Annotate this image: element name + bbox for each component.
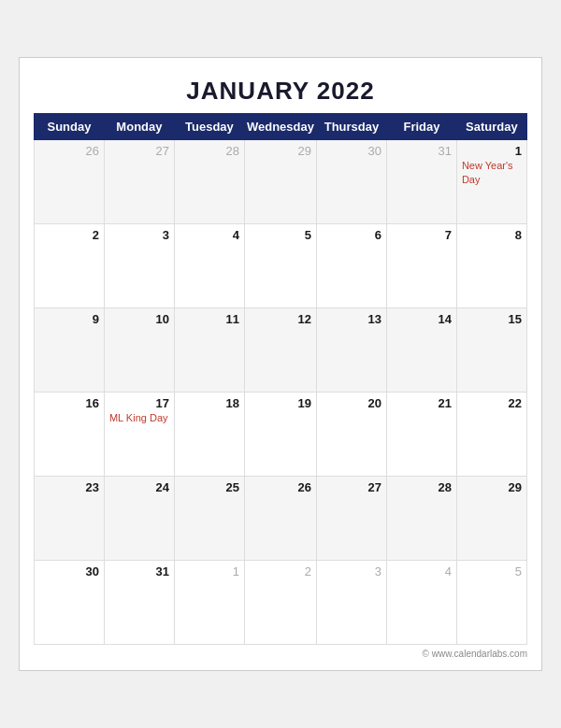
calendar-header-cell: Friday bbox=[387, 114, 457, 140]
calendar-day-cell: 30 bbox=[35, 561, 105, 645]
day-number: 3 bbox=[109, 228, 169, 242]
calendar-header-row: SundayMondayTuesdayWednesdayThursdayFrid… bbox=[35, 114, 527, 140]
calendar-header-cell: Tuesday bbox=[174, 114, 244, 140]
calendar-header-cell: Saturday bbox=[456, 114, 526, 140]
calendar-day-cell: 1 bbox=[174, 561, 244, 645]
calendar-day-cell: 13 bbox=[316, 308, 386, 393]
calendar-day-cell: 31 bbox=[104, 561, 174, 645]
calendar-day-cell: 15 bbox=[456, 308, 526, 393]
calendar-table: SundayMondayTuesdayWednesdayThursdayFrid… bbox=[34, 113, 527, 645]
day-number: 27 bbox=[322, 480, 381, 494]
calendar-day-cell: 8 bbox=[456, 224, 526, 308]
calendar-day-cell: 1New Year's Day bbox=[456, 140, 526, 224]
calendar-day-cell: 12 bbox=[244, 308, 316, 393]
calendar-week-row: 9101112131415 bbox=[35, 308, 527, 393]
calendar-day-cell: 11 bbox=[174, 308, 244, 393]
day-number: 29 bbox=[462, 480, 522, 494]
day-number: 30 bbox=[322, 144, 381, 158]
calendar-body: 2627282930311New Year's Day2345678910111… bbox=[35, 140, 527, 645]
calendar-day-cell: 30 bbox=[316, 140, 386, 224]
calendar-day-cell: 24 bbox=[104, 477, 174, 561]
day-number: 28 bbox=[180, 144, 239, 158]
calendar-day-cell: 26 bbox=[35, 140, 105, 224]
calendar-title: JANUARY 2022 bbox=[34, 67, 527, 113]
day-number: 27 bbox=[109, 144, 169, 158]
calendar-day-cell: 14 bbox=[387, 308, 457, 393]
calendar-day-cell: 20 bbox=[316, 393, 386, 477]
calendar-header-cell: Sunday bbox=[35, 114, 105, 140]
day-number: 12 bbox=[250, 312, 311, 326]
day-number: 5 bbox=[250, 228, 311, 242]
day-number: 28 bbox=[392, 480, 452, 494]
day-number: 25 bbox=[180, 480, 239, 494]
calendar-week-row: 2627282930311New Year's Day bbox=[35, 140, 527, 224]
day-number: 13 bbox=[322, 312, 381, 326]
calendar-day-cell: 29 bbox=[244, 140, 316, 224]
day-number: 3 bbox=[322, 564, 381, 578]
calendar-day-cell: 17ML King Day bbox=[104, 393, 174, 477]
calendar-day-cell: 2 bbox=[35, 224, 105, 308]
calendar-day-cell: 27 bbox=[316, 477, 386, 561]
calendar-week-row: 2345678 bbox=[35, 224, 527, 308]
day-number: 16 bbox=[39, 396, 99, 410]
day-number: 10 bbox=[109, 312, 169, 326]
calendar-day-cell: 5 bbox=[456, 561, 526, 645]
day-number: 19 bbox=[250, 396, 311, 410]
calendar-day-cell: 4 bbox=[387, 561, 457, 645]
calendar-day-cell: 22 bbox=[456, 393, 526, 477]
day-number: 8 bbox=[462, 228, 522, 242]
calendar-week-row: 1617ML King Day1819202122 bbox=[35, 393, 527, 477]
day-number: 31 bbox=[109, 564, 169, 578]
day-number: 24 bbox=[109, 480, 169, 494]
calendar-day-cell: 21 bbox=[387, 393, 457, 477]
day-number: 2 bbox=[250, 564, 311, 578]
calendar-day-cell: 19 bbox=[244, 393, 316, 477]
calendar-day-cell: 31 bbox=[387, 140, 457, 224]
day-number: 2 bbox=[39, 228, 99, 242]
calendar-day-cell: 7 bbox=[387, 224, 457, 308]
calendar-week-row: 23242526272829 bbox=[35, 477, 527, 561]
day-number: 23 bbox=[39, 480, 99, 494]
day-number: 6 bbox=[322, 228, 381, 242]
calendar-day-cell: 26 bbox=[244, 477, 316, 561]
calendar-day-cell: 28 bbox=[387, 477, 457, 561]
holiday-label: ML King Day bbox=[109, 412, 168, 423]
day-number: 7 bbox=[392, 228, 452, 242]
calendar-container: JANUARY 2022 SundayMondayTuesdayWednesda… bbox=[19, 57, 542, 671]
day-number: 17 bbox=[109, 396, 169, 410]
day-number: 20 bbox=[322, 396, 381, 410]
calendar-header-cell: Monday bbox=[104, 114, 174, 140]
day-number: 26 bbox=[39, 144, 99, 158]
calendar-header-cell: Wednesday bbox=[244, 114, 316, 140]
calendar-day-cell: 3 bbox=[104, 224, 174, 308]
day-number: 9 bbox=[39, 312, 99, 326]
calendar-day-cell: 28 bbox=[174, 140, 244, 224]
day-number: 31 bbox=[392, 144, 452, 158]
calendar-day-cell: 23 bbox=[35, 477, 105, 561]
day-number: 5 bbox=[462, 564, 522, 578]
day-number: 4 bbox=[180, 228, 239, 242]
day-number: 14 bbox=[392, 312, 452, 326]
calendar-day-cell: 25 bbox=[174, 477, 244, 561]
calendar-day-cell: 3 bbox=[316, 561, 386, 645]
calendar-day-cell: 18 bbox=[174, 393, 244, 477]
day-number: 1 bbox=[180, 564, 239, 578]
calendar-day-cell: 5 bbox=[244, 224, 316, 308]
calendar-day-cell: 16 bbox=[35, 393, 105, 477]
calendar-header-cell: Thursday bbox=[316, 114, 386, 140]
calendar-footer: © www.calendarlabs.com bbox=[34, 645, 527, 661]
calendar-day-cell: 2 bbox=[244, 561, 316, 645]
calendar-week-row: 303112345 bbox=[35, 561, 527, 645]
day-number: 21 bbox=[392, 396, 452, 410]
day-number: 15 bbox=[462, 312, 522, 326]
day-number: 30 bbox=[39, 564, 99, 578]
holiday-label: New Year's Day bbox=[462, 160, 513, 185]
calendar-day-cell: 9 bbox=[35, 308, 105, 393]
day-number: 26 bbox=[250, 480, 311, 494]
calendar-day-cell: 4 bbox=[174, 224, 244, 308]
day-number: 18 bbox=[180, 396, 239, 410]
day-number: 22 bbox=[462, 396, 522, 410]
calendar-day-cell: 29 bbox=[456, 477, 526, 561]
calendar-day-cell: 6 bbox=[316, 224, 386, 308]
day-number: 11 bbox=[180, 312, 239, 326]
